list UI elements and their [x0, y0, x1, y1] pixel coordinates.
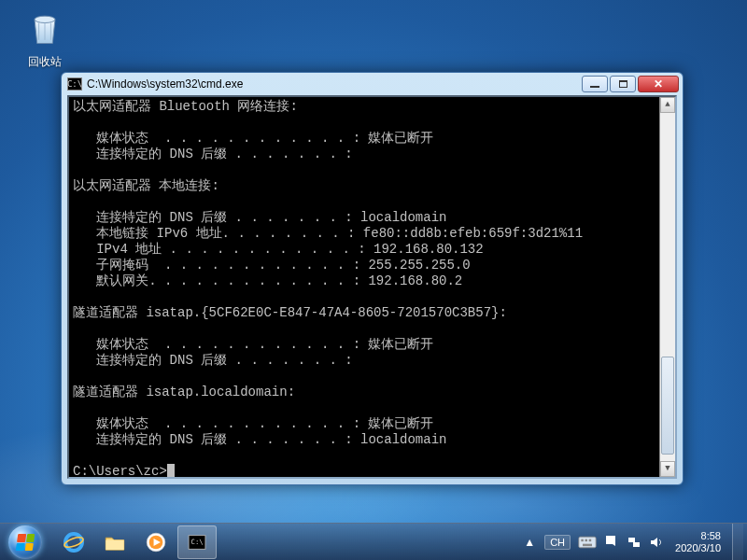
svg-point-0 [35, 16, 55, 22]
clock-time: 8:58 [675, 530, 721, 542]
keyboard-icon[interactable] [578, 536, 597, 549]
taskbar: C:\ ▲ CH 8:58 2020/3/10 [0, 523, 747, 560]
scroll-track[interactable] [660, 113, 675, 461]
tray-chevron-icon[interactable]: ▲ [522, 535, 537, 550]
svg-rect-11 [589, 539, 592, 541]
terminal-scrollbar[interactable]: ▲ ▼ [659, 97, 675, 477]
cmd-window: C:\ C:\Windows\system32\cmd.exe ✕ 以太网适配器… [61, 72, 684, 485]
cmd-app-icon: C:\ [67, 77, 82, 91]
show-desktop-button[interactable] [732, 524, 743, 560]
scroll-thumb[interactable] [661, 357, 674, 454]
start-button[interactable] [0, 524, 50, 560]
system-tray: ▲ CH 8:58 2020/3/10 [518, 524, 747, 560]
taskbar-pin-explorer[interactable] [95, 525, 134, 559]
taskbar-pin-ie[interactable] [54, 525, 93, 559]
ime-indicator[interactable]: CH [544, 535, 571, 550]
clock-date: 2020/3/10 [675, 542, 721, 554]
media-player-icon [144, 530, 168, 554]
titlebar[interactable]: C:\ C:\Windows\system32\cmd.exe ✕ [62, 73, 683, 95]
scroll-down-button[interactable]: ▼ [660, 461, 675, 477]
taskbar-pin-mediaplayer[interactable] [136, 525, 176, 559]
taskbar-clock[interactable]: 8:58 2020/3/10 [671, 530, 725, 554]
svg-point-1 [65, 534, 82, 551]
scroll-up-button[interactable]: ▲ [660, 97, 675, 113]
taskbar-item-cmd[interactable]: C:\ [177, 525, 217, 559]
network-icon[interactable] [627, 535, 641, 550]
terminal-cursor [167, 464, 175, 477]
svg-rect-10 [585, 539, 588, 541]
ie-icon [62, 530, 86, 554]
cmd-icon: C:\ [185, 530, 209, 554]
terminal-output: 以太网适配器 Bluetooth 网络连接: 媒体状态 . . . . . . … [69, 97, 673, 479]
start-orb-icon [8, 525, 42, 559]
maximize-button[interactable] [610, 76, 636, 92]
volume-icon[interactable] [649, 535, 664, 550]
minimize-button[interactable] [582, 76, 608, 92]
svg-text:C:\: C:\ [191, 538, 204, 546]
action-center-icon[interactable] [604, 535, 619, 550]
svg-rect-9 [581, 539, 584, 541]
folder-icon [103, 530, 127, 554]
window-title: C:\Windows\system32\cmd.exe [87, 77, 582, 91]
close-button[interactable]: ✕ [638, 76, 679, 92]
desktop-icon-label: 回收站 [17, 54, 73, 70]
recycle-bin-icon [24, 7, 65, 49]
svg-rect-12 [583, 543, 592, 546]
svg-rect-14 [633, 542, 640, 547]
desktop-icon-recycle-bin[interactable]: 回收站 [17, 7, 73, 70]
svg-rect-13 [628, 538, 635, 542]
terminal-area[interactable]: 以太网适配器 Bluetooth 网络连接: 媒体状态 . . . . . . … [67, 95, 677, 479]
svg-rect-3 [106, 539, 124, 550]
